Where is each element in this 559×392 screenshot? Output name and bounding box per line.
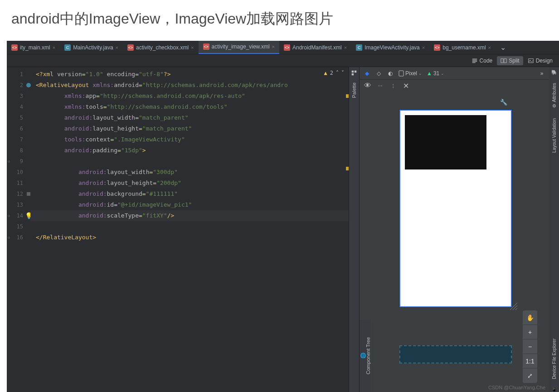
java-file-icon: C: [356, 44, 362, 51]
svg-rect-8: [352, 71, 354, 73]
zoom-reset-button[interactable]: 1:1: [523, 354, 537, 368]
zoom-out-button[interactable]: −: [523, 339, 537, 354]
layout-validation-tool[interactable]: Layout Validation: [552, 116, 557, 155]
view-options-icon[interactable]: 👁: [364, 82, 371, 89]
globe-icon: 🌐: [360, 353, 365, 359]
chevron-down-icon: ⌄: [418, 71, 422, 76]
device-file-explorer-tool[interactable]: Device File Explorer: [552, 337, 557, 381]
svg-rect-6: [528, 58, 533, 63]
preview-sub-toolbar: 👁 ↔ ↕ ✕ ?: [360, 80, 559, 92]
design-preview: ◆ ◇ ◐ Pixel⌄ ▲31⌄ » ▲ 👁 ↔ ↕ ✕ ? 🔧: [360, 67, 559, 392]
chevron-down-icon: ⌄: [441, 71, 444, 76]
watermark: CSDN @ChuanYang.Che: [488, 385, 545, 390]
svg-line-13: [513, 305, 517, 310]
zoom-controls: ✋ + − 1:1 ⤢: [523, 310, 537, 383]
code-area[interactable]: ▲ 2 ˄ ˅ <?xml version="1.0" encoding="ut…: [30, 67, 349, 392]
right-tool-strip: 🐘 ⚙ Attributes Layout Validation Device …: [549, 67, 559, 392]
close-icon[interactable]: ×: [344, 45, 347, 50]
svg-rect-11: [399, 71, 403, 76]
view-mode-code[interactable]: Code: [468, 56, 496, 65]
palette-icon: [351, 70, 357, 76]
night-mode-icon[interactable]: ◐: [387, 70, 394, 77]
close-icon[interactable]: ×: [116, 45, 118, 50]
resize-handle-icon[interactable]: [508, 301, 517, 310]
gutter: 123456789⊖1011121314💡⊖1516⊖: [7, 67, 30, 392]
settings-icon: ⚙: [552, 103, 557, 108]
warning-count: 2: [330, 70, 333, 76]
autoconnect-icon[interactable]: ↔: [377, 82, 384, 89]
tabs-overflow-icon[interactable]: ⌄: [497, 43, 509, 52]
palette-label: Palette: [351, 82, 357, 98]
warning-stripe[interactable]: [346, 167, 349, 170]
view-mode-bar: Code Split Design: [7, 54, 559, 67]
prev-highlight-icon[interactable]: ˄: [336, 70, 339, 76]
zoom-in-button[interactable]: +: [523, 325, 537, 339]
ide-window: <>ity_main.xml× CMainActivity.java× <>ac…: [7, 41, 559, 392]
editor-inspections[interactable]: ▲ 2 ˄ ˅: [324, 70, 344, 76]
default-margins-icon[interactable]: ↕: [389, 82, 397, 89]
close-icon[interactable]: ×: [488, 45, 491, 50]
svg-rect-3: [472, 62, 475, 63]
view-mode-design[interactable]: Design: [524, 56, 556, 65]
tab-bg-username[interactable]: <>bg_username.xml×: [429, 41, 496, 54]
close-icon[interactable]: ×: [191, 45, 194, 50]
close-icon[interactable]: ×: [53, 45, 55, 50]
xml-file-icon: <>: [434, 44, 440, 51]
svg-rect-1: [472, 60, 477, 60]
zoom-fit-button[interactable]: ⤢: [523, 368, 537, 383]
orientation-icon[interactable]: ◇: [375, 70, 382, 77]
xml-file-icon: <>: [284, 44, 290, 51]
emulator-icon[interactable]: 📱: [551, 387, 557, 392]
editor-tabs-bar: <>ity_main.xml× CMainActivity.java× <>ac…: [7, 41, 559, 54]
gradle-icon[interactable]: 🐘: [551, 70, 557, 75]
warning-icon: ▲: [324, 70, 327, 76]
attributes-tool[interactable]: ⚙ Attributes: [552, 81, 557, 110]
svg-rect-0: [472, 58, 477, 59]
xml-file-icon: <>: [127, 44, 134, 51]
close-icon[interactable]: ×: [422, 45, 425, 50]
tab-android-manifest[interactable]: <>AndroidManifest.xml×: [279, 41, 351, 54]
tab-activity-checkbox[interactable]: <>activity_checkbox.xml×: [123, 41, 198, 54]
tab-imageview-activity[interactable]: CImageViewActivity.java×: [351, 41, 429, 54]
api-selector[interactable]: ▲31⌄: [427, 70, 444, 77]
next-highlight-icon[interactable]: ˅: [341, 70, 344, 76]
svg-rect-10: [352, 73, 354, 75]
tab-activity-image-view[interactable]: <>activity_image_view.xml×: [199, 41, 279, 54]
preview-toolbar: ◆ ◇ ◐ Pixel⌄ ▲31⌄ » ▲: [360, 67, 559, 80]
view-mode-split[interactable]: Split: [497, 56, 523, 65]
java-file-icon: C: [64, 44, 71, 51]
pan-button[interactable]: ✋: [523, 310, 537, 325]
page-title: android中的ImageView，ImageView加载网路图片: [11, 9, 559, 29]
device-selector[interactable]: Pixel⌄: [399, 70, 422, 77]
imageview-preview[interactable]: [405, 115, 486, 169]
design-surface-icon[interactable]: ◆: [363, 70, 370, 77]
xml-file-icon: <>: [11, 44, 18, 51]
clear-constraints-icon[interactable]: ✕: [402, 82, 409, 89]
tab-mainactivity[interactable]: CMainActivity.java×: [60, 41, 123, 54]
tab-ity-main[interactable]: <>ity_main.xml×: [7, 41, 60, 54]
component-tree-strip[interactable]: 🌐 Component Tree: [360, 319, 370, 392]
more-actions-icon[interactable]: »: [538, 70, 545, 77]
close-icon[interactable]: ×: [272, 44, 275, 49]
svg-rect-4: [501, 58, 503, 63]
warning-stripe[interactable]: [346, 94, 349, 98]
blueprint-frame[interactable]: [399, 345, 512, 363]
svg-line-14: [515, 308, 517, 310]
svg-rect-5: [504, 58, 506, 63]
preview-canvas[interactable]: 🔧 🔧 ✋ + − 1:1 ⤢: [360, 92, 559, 392]
wrench-icon[interactable]: 🔧: [500, 99, 507, 106]
device-frame[interactable]: [399, 110, 512, 307]
palette-strip[interactable]: Palette: [349, 67, 360, 392]
main-area: 123456789⊖1011121314💡⊖1516⊖ ▲ 2 ˄ ˅ <?xm…: [7, 67, 559, 392]
code-editor[interactable]: 123456789⊖1011121314💡⊖1516⊖ ▲ 2 ˄ ˅ <?xm…: [7, 67, 349, 392]
svg-rect-9: [355, 71, 356, 73]
xml-file-icon: <>: [203, 44, 209, 50]
svg-rect-2: [472, 61, 477, 61]
